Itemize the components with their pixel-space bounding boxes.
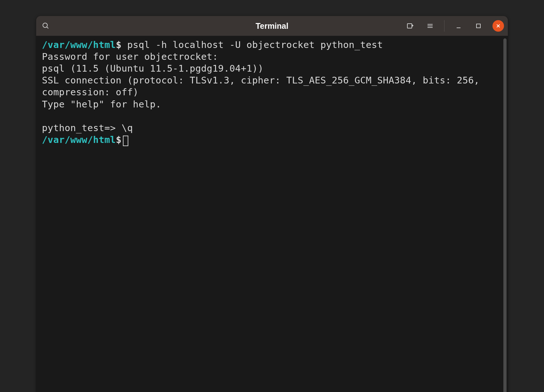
window-title: Terminal xyxy=(256,21,288,31)
svg-rect-2 xyxy=(407,24,412,28)
prompt-dollar: $ xyxy=(116,134,122,145)
svg-line-1 xyxy=(47,27,48,28)
terminal-output-line: Type "help" for help. xyxy=(42,98,502,110)
cursor xyxy=(123,136,128,146)
terminal-window: Terminal xyxy=(36,16,508,392)
close-button[interactable] xyxy=(492,20,504,32)
command-text: psql -h localhost -U objectrocket python… xyxy=(122,39,383,50)
svg-point-0 xyxy=(43,23,47,27)
terminal-output-line: Password for user objectrocket: xyxy=(42,51,502,63)
search-icon[interactable] xyxy=(40,20,52,32)
scrollbar[interactable] xyxy=(503,38,507,392)
terminal-output-line: SSL connection (protocol: TLSv1.3, ciphe… xyxy=(42,74,502,98)
divider xyxy=(444,20,444,32)
new-tab-icon[interactable] xyxy=(404,20,416,32)
hamburger-menu-icon[interactable] xyxy=(424,20,436,32)
terminal-content: /var/www/html$ psql -h localhost -U obje… xyxy=(42,39,502,146)
prompt-path: /var/www/html xyxy=(42,39,116,50)
maximize-button[interactable] xyxy=(473,20,484,32)
terminal-body[interactable]: /var/www/html$ psql -h localhost -U obje… xyxy=(36,36,508,392)
terminal-output-line: python_test=> \q xyxy=(42,122,502,134)
titlebar: Terminal xyxy=(36,16,508,36)
svg-rect-9 xyxy=(476,24,480,28)
prompt-path: /var/www/html xyxy=(42,134,116,145)
terminal-output-line xyxy=(42,110,502,122)
minimize-button[interactable] xyxy=(453,20,464,32)
terminal-output-line: psql (11.5 (Ubuntu 11.5-1.pgdg19.04+1)) xyxy=(42,63,502,74)
prompt-dollar: $ xyxy=(116,39,122,50)
